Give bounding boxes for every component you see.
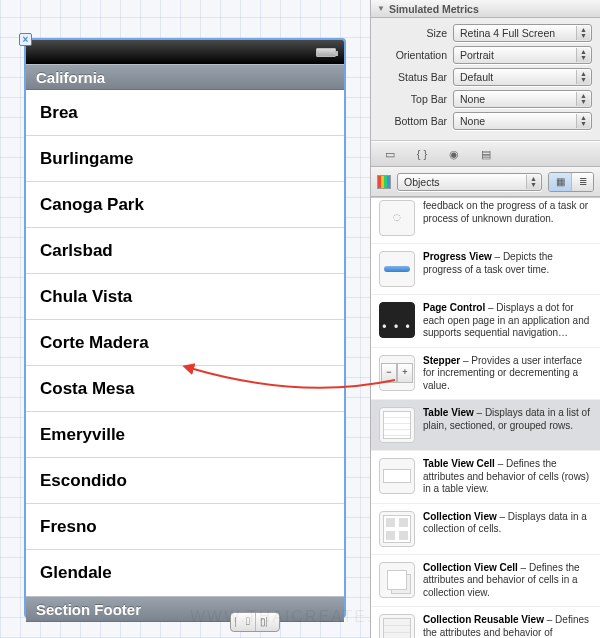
stepper-arrows-icon: ▲▼	[526, 175, 540, 189]
library-item-page-control[interactable]: Page Control – Displays a dot for each o…	[371, 295, 600, 348]
simulated-metrics-panel: Size Retina 4 Full Screen ▲▼ Orientation…	[371, 18, 600, 141]
progress-view-icon	[379, 251, 415, 287]
library-item-table-view[interactable]: Table View – Displays data in a list of …	[371, 400, 600, 451]
panel-title: Simulated Metrics	[389, 3, 479, 15]
library-item-stepper[interactable]: −+ Stepper – Provides a user interface f…	[371, 348, 600, 401]
library-item-name: Stepper	[423, 355, 460, 366]
library-tabbar[interactable]: ▭ { } ◉ ▤	[371, 141, 600, 167]
cell-label: Carlsbad	[40, 241, 113, 261]
popup-value: Default	[460, 71, 493, 83]
status-bar	[26, 40, 344, 64]
device-selection-frame[interactable]: × California Brea Burlingame Canoga Park…	[24, 38, 346, 618]
battery-icon	[316, 48, 336, 57]
table-cell[interactable]: Canoga Park	[26, 182, 344, 228]
cell-label: Brea	[40, 103, 78, 123]
simulated-metrics-disclosure[interactable]: ▼ Simulated Metrics	[371, 0, 600, 18]
library-view-segmented[interactable]: ▦ ≣	[548, 172, 594, 192]
popup-value: Objects	[404, 176, 440, 188]
library-toolbar: Objects ▲▼ ▦ ≣	[371, 167, 600, 197]
table-cell[interactable]: Brea	[26, 90, 344, 136]
collection-reusable-view-icon	[379, 614, 415, 638]
close-knob[interactable]: ×	[19, 33, 32, 46]
library-item-name: Collection View Cell	[423, 562, 518, 573]
media-tab-icon[interactable]: ▤	[477, 147, 495, 161]
popup-value: None	[460, 93, 485, 105]
cell-label: Costa Mesa	[40, 379, 134, 399]
file-template-tab-icon[interactable]: ▭	[381, 147, 399, 161]
library-item-progress-view[interactable]: Progress View – Depicts the progress of …	[371, 244, 600, 295]
section-header: California	[26, 64, 344, 90]
library-item-truncated[interactable]: ◌ feedback on the progress of a task or …	[371, 198, 600, 244]
table-cell[interactable]: Carlsbad	[26, 228, 344, 274]
library-item-name: Table View	[423, 407, 474, 418]
stepper-arrows-icon: ▲▼	[576, 48, 590, 62]
library-item-name: Page Control	[423, 302, 485, 313]
cell-label: Corte Madera	[40, 333, 149, 353]
library-item-collection-view-cell[interactable]: Collection View Cell – Defines the attri…	[371, 555, 600, 608]
popup-value: None	[460, 115, 485, 127]
cell-label: Fresno	[40, 517, 97, 537]
list-view-button[interactable]: ≣	[571, 173, 593, 191]
metric-label: Orientation	[379, 49, 447, 61]
collection-view-icon	[379, 511, 415, 547]
bottombar-popup[interactable]: None ▲▼	[453, 112, 592, 130]
library-item-name: Collection View	[423, 511, 497, 522]
topbar-popup[interactable]: None ▲▼	[453, 90, 592, 108]
stepper-arrows-icon: ▲▼	[576, 114, 590, 128]
table-cell[interactable]: Escondido	[26, 458, 344, 504]
table-cell[interactable]: Fresno	[26, 504, 344, 550]
metric-label: Bottom Bar	[379, 115, 447, 127]
library-item-collection-reusable-view[interactable]: Collection Reusable View – Defines the a…	[371, 607, 600, 638]
stepper-arrows-icon: ▲▼	[576, 92, 590, 106]
library-item-table-view-cell[interactable]: Table View Cell – Defines the attributes…	[371, 451, 600, 504]
popup-value: Retina 4 Full Screen	[460, 27, 555, 39]
metric-label: Status Bar	[379, 71, 447, 83]
library-item-name: Collection Reusable View	[423, 614, 544, 625]
metric-label: Top Bar	[379, 93, 447, 105]
disclosure-triangle-icon: ▼	[377, 4, 385, 13]
popup-value: Portrait	[460, 49, 494, 61]
table-cell[interactable]: Costa Mesa	[26, 366, 344, 412]
library-item-desc: feedback on the progress of a task or pr…	[423, 200, 588, 224]
cell-label: Chula Vista	[40, 287, 132, 307]
table-view-icon	[379, 407, 415, 443]
stepper-icon: −+	[379, 355, 415, 391]
table-cell[interactable]: Chula Vista	[26, 274, 344, 320]
collection-view-cell-icon	[379, 562, 415, 598]
cell-label: Emeryville	[40, 425, 125, 445]
page-control-icon	[379, 302, 415, 338]
cell-label: Glendale	[40, 563, 112, 583]
library-item-name: Progress View	[423, 251, 492, 262]
cell-label: Escondido	[40, 471, 127, 491]
utilities-panel: ▼ Simulated Metrics Size Retina 4 Full S…	[370, 0, 600, 638]
object-tab-icon[interactable]: ◉	[445, 147, 463, 161]
size-popup[interactable]: Retina 4 Full Screen ▲▼	[453, 24, 592, 42]
table-cell[interactable]: Corte Madera	[26, 320, 344, 366]
table-cell[interactable]: Burlingame	[26, 136, 344, 182]
grid-view-button[interactable]: ▦	[549, 173, 571, 191]
table-cell[interactable]: Glendale	[26, 550, 344, 596]
code-snippet-tab-icon[interactable]: { }	[413, 147, 431, 161]
ib-canvas[interactable]: × California Brea Burlingame Canoga Park…	[0, 0, 370, 638]
stepper-arrows-icon: ▲▼	[576, 26, 590, 40]
library-item-collection-view[interactable]: Collection View – Displays data in a col…	[371, 504, 600, 555]
orientation-popup[interactable]: Portrait ▲▼	[453, 46, 592, 64]
table-view[interactable]: Brea Burlingame Canoga Park Carlsbad Chu…	[26, 90, 344, 596]
metric-label: Size	[379, 27, 447, 39]
stepper-arrows-icon: ▲▼	[576, 70, 590, 84]
cell-label: Burlingame	[40, 149, 134, 169]
table-cell[interactable]: Emeryville	[26, 412, 344, 458]
library-swatch-icon	[377, 175, 391, 189]
table-view-cell-icon	[379, 458, 415, 494]
object-library-list[interactable]: ◌ feedback on the progress of a task or …	[371, 197, 600, 638]
cell-label: Canoga Park	[40, 195, 144, 215]
library-selector-popup[interactable]: Objects ▲▼	[397, 173, 542, 191]
activity-indicator-icon: ◌	[379, 200, 415, 236]
library-item-name: Table View Cell	[423, 458, 495, 469]
statusbar-popup[interactable]: Default ▲▼	[453, 68, 592, 86]
